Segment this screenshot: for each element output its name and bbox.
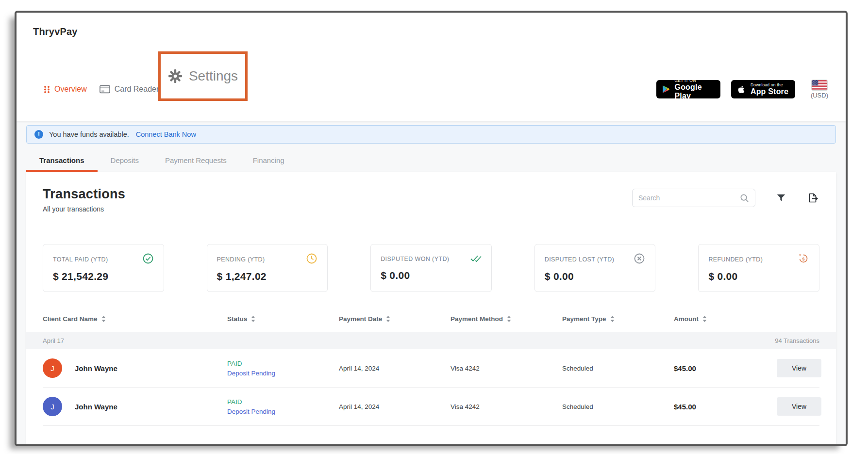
badge-name: App Store [751, 87, 788, 96]
tab-deposits[interactable]: Deposits [98, 149, 152, 172]
column-label: Status [227, 315, 247, 323]
info-icon [34, 130, 43, 139]
client-name: John Wayne [75, 403, 117, 411]
payment-date-cell: April 14, 2024 [339, 403, 451, 410]
column-header-client[interactable]: Client Card Name [43, 315, 227, 323]
panel-subtitle: All your transactions [43, 205, 125, 213]
status-badge: PAID [227, 360, 339, 367]
client-cell: J John Wayne [43, 358, 227, 378]
stat-card-disputed-won: DISPUTED WON (YTD) $ 0.00 [370, 244, 492, 292]
column-header-status[interactable]: Status [227, 315, 339, 323]
nav-item-label: Overview [54, 85, 87, 94]
filter-button[interactable] [776, 193, 786, 203]
funds-banner: You have funds available. Connect Bank N… [26, 125, 836, 144]
table-row: J John Wayne PAID Deposit Pending April … [43, 388, 819, 426]
stat-value: $ 0.00 [545, 271, 646, 282]
currency-label: (USD) [811, 92, 828, 99]
badge-tagline: GET IT ON [675, 79, 715, 83]
panel-title: Transactions [43, 187, 125, 202]
nav-bar: Overview Card Readers Sett [17, 57, 846, 121]
column-header-payment-date[interactable]: Payment Date [339, 315, 451, 323]
filter-icon [776, 193, 786, 203]
view-button[interactable]: View [777, 359, 821, 377]
table-row: J John Wayne PAID Deposit Pending April … [43, 349, 819, 388]
payment-date-cell: April 14, 2024 [339, 365, 451, 372]
stat-label: REFUNDED (YTD) [708, 256, 763, 263]
stat-card-disputed-lost: DISPUTED LOST (YTD) $ 0.00 [534, 244, 656, 292]
table-header: Client Card Name Status Payment Date Pay… [43, 315, 819, 332]
nav-items: Overview Card Readers [44, 85, 163, 94]
gear-icon [168, 69, 183, 83]
status-cell: PAID Deposit Pending [227, 360, 339, 377]
badge-name: Google Play [675, 83, 715, 100]
view-button[interactable]: View [777, 397, 821, 416]
amount-cell: $45.00 [674, 364, 777, 373]
dots-grid-icon [44, 85, 50, 94]
app-store-badge[interactable]: Download on the App Store [731, 80, 795, 98]
stat-label: DISPUTED WON (YTD) [381, 256, 449, 262]
payment-type-cell: Scheduled [562, 403, 674, 410]
settings-highlight-box[interactable]: Settings [158, 51, 248, 101]
search-box [632, 189, 755, 207]
banner-message: You have funds available. [49, 130, 129, 138]
status-badge: PAID [227, 398, 339, 405]
app-window: ThryvPay Overview Card Readers [15, 11, 848, 446]
date-group-row: April 17 94 Transactions [26, 332, 836, 349]
stat-label: DISPUTED LOST (YTD) [545, 256, 615, 263]
deposit-pending-link[interactable]: Deposit Pending [227, 370, 339, 377]
card-reader-icon [100, 85, 110, 94]
column-header-payment-method[interactable]: Payment Method [451, 315, 562, 323]
stat-card-pending: PENDING (YTD) $ 1,247.02 [207, 244, 328, 292]
stat-value: $ 1,247.02 [217, 271, 318, 282]
badge-text: GET IT ON Google Play [675, 79, 715, 100]
column-label: Payment Date [339, 315, 382, 323]
google-play-badge[interactable]: GET IT ON Google Play [656, 80, 720, 98]
stat-label: PENDING (YTD) [217, 256, 265, 263]
column-header-payment-type[interactable]: Payment Type [562, 315, 674, 323]
refund-icon: $ [798, 253, 809, 266]
export-button[interactable] [807, 192, 819, 204]
app-header: ThryvPay [17, 13, 846, 57]
stat-label: TOTAL PAID (YTD) [53, 256, 108, 263]
sort-icon [702, 315, 707, 323]
check-circle-icon [142, 253, 154, 266]
double-check-icon [469, 253, 482, 265]
badge-text: Download on the App Store [751, 83, 788, 96]
column-label: Payment Type [562, 315, 606, 323]
tab-financing[interactable]: Financing [240, 149, 298, 172]
avatar: J [43, 397, 62, 416]
payment-type-cell: Scheduled [562, 365, 674, 372]
currency-selector[interactable]: (USD) [811, 80, 828, 99]
nav-item-card-readers[interactable]: Card Readers [100, 85, 163, 94]
search-input[interactable] [638, 194, 740, 202]
column-label: Payment Method [451, 315, 503, 323]
nav-item-overview[interactable]: Overview [44, 85, 87, 94]
us-flag-icon [812, 80, 827, 90]
column-label: Amount [674, 315, 699, 323]
app-title: ThryvPay [33, 26, 829, 37]
nav-item-label: Card Readers [115, 85, 163, 94]
tab-transactions[interactable]: Transactions [26, 149, 98, 172]
panel-title-block: Transactions All your transactions [43, 187, 125, 213]
amount-cell: $45.00 [674, 403, 777, 411]
stat-value: $ 0.00 [708, 271, 809, 282]
payment-method-cell: Visa 4242 [451, 403, 562, 410]
tab-payment-requests[interactable]: Payment Requests [152, 149, 240, 172]
stat-value: $ 21,542.29 [53, 271, 154, 282]
client-cell: J John Wayne [43, 397, 227, 416]
sort-icon [506, 315, 512, 323]
sort-icon [101, 315, 106, 323]
stat-card-total-paid: TOTAL PAID (YTD) $ 21,542.29 [43, 244, 164, 292]
stat-card-refunded: REFUNDED (YTD) $ $ 0.00 [698, 244, 819, 292]
column-header-amount[interactable]: Amount [674, 315, 777, 323]
transactions-panel: Transactions All your transactions [26, 172, 836, 444]
deposit-pending-link[interactable]: Deposit Pending [227, 408, 339, 415]
x-circle-icon [634, 253, 645, 266]
nav-item-settings: Settings [189, 68, 238, 84]
svg-text:$: $ [802, 257, 804, 261]
connect-bank-link[interactable]: Connect Bank Now [136, 130, 196, 138]
page-body: You have funds available. Connect Bank N… [17, 121, 846, 444]
stats-row: TOTAL PAID (YTD) $ 21,542.29 PENDING (YT… [43, 244, 819, 292]
status-cell: PAID Deposit Pending [227, 398, 339, 415]
payment-method-cell: Visa 4242 [451, 365, 562, 372]
